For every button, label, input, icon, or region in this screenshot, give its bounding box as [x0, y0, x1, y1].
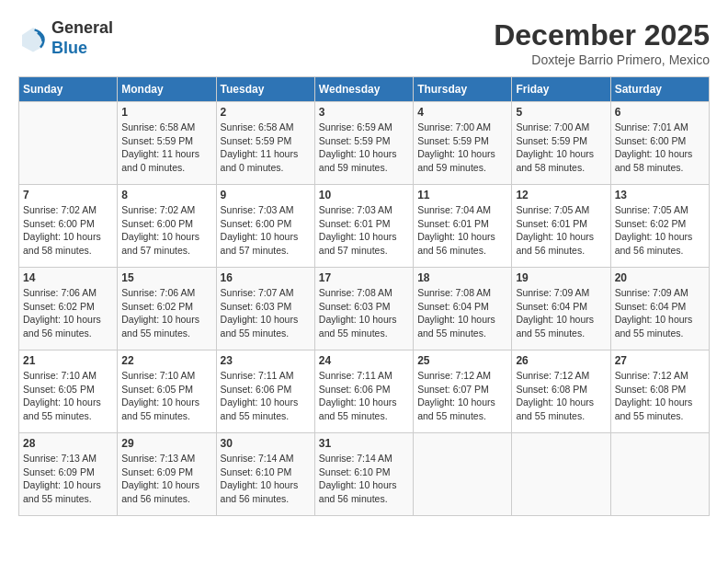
- day-number: 23: [221, 354, 311, 367]
- day-number: 24: [319, 354, 409, 367]
- day-number: 3: [319, 106, 409, 119]
- day-number: 26: [516, 354, 606, 367]
- day-info: Sunrise: 7:11 AMSunset: 6:06 PMDaylight:…: [221, 369, 311, 423]
- day-info: Sunrise: 7:00 AMSunset: 5:59 PMDaylight:…: [417, 121, 507, 175]
- day-info: Sunrise: 7:06 AMSunset: 6:02 PMDaylight:…: [23, 286, 113, 340]
- day-number: 19: [516, 271, 606, 284]
- day-number: 9: [221, 189, 311, 201]
- weekday-header-saturday: Saturday: [610, 77, 709, 102]
- day-info: Sunrise: 6:58 AMSunset: 5:59 PMDaylight:…: [121, 121, 211, 175]
- day-info: Sunrise: 6:59 AMSunset: 5:59 PMDaylight:…: [319, 121, 409, 175]
- day-info: Sunrise: 7:03 AMSunset: 6:00 PMDaylight:…: [221, 203, 311, 258]
- calendar-cell: 27Sunrise: 7:12 AMSunset: 6:08 PMDayligh…: [610, 350, 709, 433]
- day-number: 18: [417, 271, 507, 284]
- calendar-week-row: 21Sunrise: 7:10 AMSunset: 6:05 PMDayligh…: [19, 350, 710, 433]
- day-number: 6: [615, 106, 705, 119]
- calendar-cell: 1Sunrise: 6:58 AMSunset: 5:59 PMDaylight…: [118, 102, 216, 185]
- calendar-cell: 3Sunrise: 6:59 AMSunset: 5:59 PMDaylight…: [314, 102, 413, 185]
- day-info: Sunrise: 7:14 AMSunset: 6:10 PMDaylight:…: [319, 452, 409, 506]
- day-number: 1: [121, 106, 211, 119]
- calendar-cell: 4Sunrise: 7:00 AMSunset: 5:59 PMDaylight…: [414, 102, 512, 185]
- calendar-cell: 2Sunrise: 6:58 AMSunset: 5:59 PMDaylight…: [216, 102, 314, 185]
- calendar-cell: 5Sunrise: 7:00 AMSunset: 5:59 PMDaylight…: [512, 102, 610, 185]
- calendar-cell: 22Sunrise: 7:10 AMSunset: 6:05 PMDayligh…: [118, 350, 216, 433]
- day-number: 22: [121, 354, 211, 367]
- calendar-cell: 18Sunrise: 7:08 AMSunset: 6:04 PMDayligh…: [414, 268, 512, 350]
- calendar-cell: 21Sunrise: 7:10 AMSunset: 6:05 PMDayligh…: [19, 350, 118, 433]
- calendar-cell: 13Sunrise: 7:05 AMSunset: 6:02 PMDayligh…: [610, 185, 709, 268]
- day-info: Sunrise: 7:10 AMSunset: 6:05 PMDaylight:…: [121, 369, 211, 423]
- calendar-cell: 19Sunrise: 7:09 AMSunset: 6:04 PMDayligh…: [512, 268, 610, 350]
- day-number: 25: [417, 354, 507, 367]
- day-number: 30: [221, 437, 311, 450]
- calendar-cell: 8Sunrise: 7:02 AMSunset: 6:00 PMDaylight…: [118, 185, 216, 268]
- weekday-header-friday: Friday: [512, 77, 610, 102]
- day-info: Sunrise: 7:11 AMSunset: 6:06 PMDaylight:…: [319, 369, 409, 423]
- day-number: 27: [615, 354, 705, 367]
- day-info: Sunrise: 7:12 AMSunset: 6:07 PMDaylight:…: [417, 369, 507, 423]
- day-number: 31: [319, 437, 409, 450]
- day-number: 13: [615, 189, 705, 201]
- logo-blue-text: Blue: [51, 39, 87, 57]
- day-info: Sunrise: 7:12 AMSunset: 6:08 PMDaylight:…: [615, 369, 705, 423]
- calendar-week-row: 7Sunrise: 7:02 AMSunset: 6:00 PMDaylight…: [19, 185, 710, 268]
- day-info: Sunrise: 7:09 AMSunset: 6:04 PMDaylight:…: [516, 286, 606, 340]
- day-number: 14: [23, 271, 113, 284]
- calendar-week-row: 28Sunrise: 7:13 AMSunset: 6:09 PMDayligh…: [19, 433, 710, 516]
- page-header: General Blue December 2025 Doxteje Barri…: [18, 18, 710, 67]
- calendar-week-row: 14Sunrise: 7:06 AMSunset: 6:02 PMDayligh…: [19, 268, 710, 350]
- day-number: 5: [516, 106, 606, 119]
- day-number: 10: [319, 189, 409, 201]
- calendar-cell: 16Sunrise: 7:07 AMSunset: 6:03 PMDayligh…: [216, 268, 314, 350]
- day-info: Sunrise: 7:07 AMSunset: 6:03 PMDaylight:…: [221, 286, 311, 340]
- day-info: Sunrise: 7:02 AMSunset: 6:00 PMDaylight:…: [121, 203, 211, 258]
- day-number: 29: [121, 437, 211, 450]
- day-number: 16: [221, 271, 311, 284]
- logo-general-text: General: [51, 18, 113, 37]
- day-info: Sunrise: 7:01 AMSunset: 6:00 PMDaylight:…: [615, 121, 705, 175]
- day-info: Sunrise: 7:03 AMSunset: 6:01 PMDaylight:…: [319, 203, 409, 258]
- day-info: Sunrise: 7:13 AMSunset: 6:09 PMDaylight:…: [121, 452, 211, 506]
- calendar-cell: 7Sunrise: 7:02 AMSunset: 6:00 PMDaylight…: [19, 185, 118, 268]
- calendar-cell: 17Sunrise: 7:08 AMSunset: 6:03 PMDayligh…: [314, 268, 413, 350]
- calendar-cell: 26Sunrise: 7:12 AMSunset: 6:08 PMDayligh…: [512, 350, 610, 433]
- weekday-header-sunday: Sunday: [19, 77, 118, 102]
- day-info: Sunrise: 7:05 AMSunset: 6:02 PMDaylight:…: [615, 203, 705, 258]
- day-info: Sunrise: 7:09 AMSunset: 6:04 PMDaylight:…: [615, 286, 705, 340]
- title-block: December 2025 Doxteje Barrio Primero, Me…: [494, 18, 710, 67]
- svg-marker-0: [22, 28, 44, 52]
- day-number: 4: [417, 106, 507, 119]
- weekday-header-row: SundayMondayTuesdayWednesdayThursdayFrid…: [19, 77, 710, 102]
- calendar-table: SundayMondayTuesdayWednesdayThursdayFrid…: [18, 76, 710, 516]
- calendar-cell: [512, 433, 610, 516]
- day-number: 11: [417, 189, 507, 201]
- day-info: Sunrise: 7:14 AMSunset: 6:10 PMDaylight:…: [221, 452, 311, 506]
- calendar-subtitle: Doxteje Barrio Primero, Mexico: [494, 52, 710, 67]
- calendar-cell: [610, 433, 709, 516]
- calendar-cell: 28Sunrise: 7:13 AMSunset: 6:09 PMDayligh…: [19, 433, 118, 516]
- day-number: 15: [121, 271, 211, 284]
- calendar-cell: 15Sunrise: 7:06 AMSunset: 6:02 PMDayligh…: [118, 268, 216, 350]
- day-info: Sunrise: 7:04 AMSunset: 6:01 PMDaylight:…: [417, 203, 507, 258]
- day-number: 12: [516, 189, 606, 201]
- day-number: 8: [121, 189, 211, 201]
- day-info: Sunrise: 7:12 AMSunset: 6:08 PMDaylight:…: [516, 369, 606, 423]
- calendar-cell: 30Sunrise: 7:14 AMSunset: 6:10 PMDayligh…: [216, 433, 314, 516]
- calendar-cell: 9Sunrise: 7:03 AMSunset: 6:00 PMDaylight…: [216, 185, 314, 268]
- weekday-header-tuesday: Tuesday: [216, 77, 314, 102]
- calendar-cell: 11Sunrise: 7:04 AMSunset: 6:01 PMDayligh…: [414, 185, 512, 268]
- day-number: 17: [319, 271, 409, 284]
- calendar-cell: 24Sunrise: 7:11 AMSunset: 6:06 PMDayligh…: [314, 350, 413, 433]
- logo: General Blue: [18, 18, 113, 58]
- calendar-cell: 23Sunrise: 7:11 AMSunset: 6:06 PMDayligh…: [216, 350, 314, 433]
- calendar-cell: 25Sunrise: 7:12 AMSunset: 6:07 PMDayligh…: [414, 350, 512, 433]
- day-number: 28: [23, 437, 113, 450]
- weekday-header-monday: Monday: [118, 77, 216, 102]
- day-number: 2: [221, 106, 311, 119]
- calendar-cell: [19, 102, 118, 185]
- day-info: Sunrise: 6:58 AMSunset: 5:59 PMDaylight:…: [221, 121, 311, 175]
- calendar-cell: [414, 433, 512, 516]
- calendar-cell: 14Sunrise: 7:06 AMSunset: 6:02 PMDayligh…: [19, 268, 118, 350]
- day-info: Sunrise: 7:06 AMSunset: 6:02 PMDaylight:…: [121, 286, 211, 340]
- day-info: Sunrise: 7:00 AMSunset: 5:59 PMDaylight:…: [516, 121, 606, 175]
